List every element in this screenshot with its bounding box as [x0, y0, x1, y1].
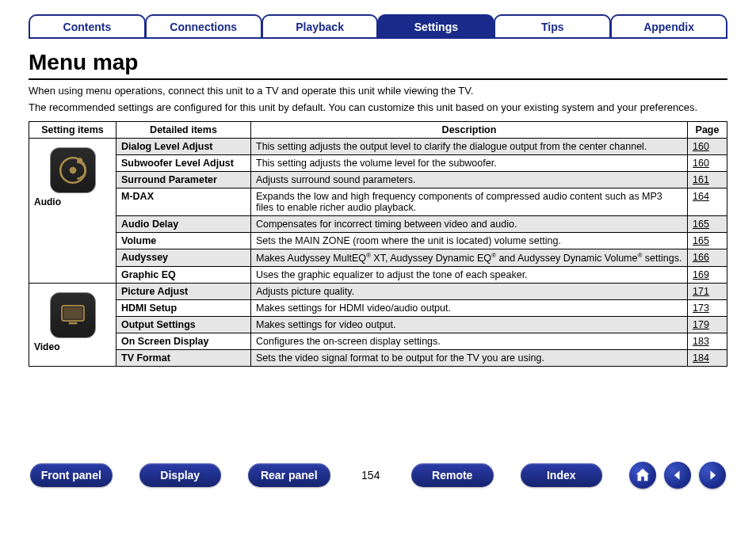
description-cell: Makes Audyssey MultEQ® XT, Audyssey Dyna…: [251, 249, 688, 267]
detailed-item: M-DAX: [116, 188, 251, 216]
description-cell: This setting adjusts the volume level fo…: [251, 155, 688, 172]
detailed-item: Audyssey: [116, 249, 251, 267]
page-link-cell: 179: [688, 317, 727, 333]
description-cell: Adjusts surround sound parameters.: [251, 172, 688, 188]
table-row: VolumeSets the MAIN ZONE (room where the…: [29, 233, 727, 249]
page-link-cell: 161: [688, 172, 727, 188]
intro-line-1: When using menu operations, connect this…: [29, 85, 727, 97]
detailed-item: Volume: [116, 233, 251, 249]
detailed-item: Picture Adjust: [116, 284, 251, 300]
table-row: TV FormatSets the video signal format to…: [29, 350, 727, 367]
page-link[interactable]: 179: [693, 319, 709, 330]
page-link[interactable]: 183: [693, 336, 709, 347]
video-icon: [50, 292, 96, 338]
table-row: VideoPicture AdjustAdjusts picture quali…: [29, 284, 727, 300]
description-cell: Sets the video signal format to be outpu…: [251, 350, 688, 367]
category-audio: Audio: [29, 139, 116, 284]
table-row: Output SettingsMakes settings for video …: [29, 317, 727, 333]
tab-playback[interactable]: Playback: [262, 14, 379, 37]
page-link[interactable]: 161: [693, 174, 709, 185]
page-link[interactable]: 160: [693, 158, 709, 169]
tab-tips[interactable]: Tips: [494, 14, 611, 37]
detailed-item: TV Format: [116, 350, 251, 367]
bottom-nav: Front panel Display Rear panel 154 Remot…: [29, 462, 727, 489]
intro-text: When using menu operations, connect this…: [29, 85, 727, 113]
table-row: AudysseyMakes Audyssey MultEQ® XT, Audys…: [29, 249, 727, 267]
description-cell: This setting adjusts the output level to…: [251, 139, 688, 155]
page-link[interactable]: 173: [693, 303, 709, 314]
page-link-cell: 169: [688, 267, 727, 284]
table-row: M-DAXExpands the low and high frequency …: [29, 188, 727, 216]
svg-point-2: [77, 158, 82, 163]
tab-contents[interactable]: Contents: [29, 14, 146, 37]
audio-icon: [50, 147, 96, 193]
detailed-item: HDMI Setup: [116, 300, 251, 317]
table-row: Subwoofer Level AdjustThis setting adjus…: [29, 155, 727, 172]
detailed-item: Surround Parameter: [116, 172, 251, 188]
detailed-item: Graphic EQ: [116, 267, 251, 284]
description-cell: Compensates for incorrect timing between…: [251, 216, 688, 233]
page-link-cell: 184: [688, 350, 727, 367]
page-link[interactable]: 184: [693, 352, 709, 364]
tab-settings[interactable]: Settings: [377, 14, 494, 37]
page-link[interactable]: 160: [693, 141, 709, 152]
page-number: 154: [357, 469, 385, 482]
col-detailed-items: Detailed items: [116, 122, 251, 139]
index-button[interactable]: Index: [521, 463, 603, 487]
table-row: Audio DelayCompensates for incorrect tim…: [29, 216, 727, 233]
detailed-item: Subwoofer Level Adjust: [116, 155, 251, 172]
page-link-cell: 165: [688, 216, 727, 233]
col-setting-items: Setting items: [29, 122, 116, 139]
category-label: Audio: [34, 196, 111, 207]
tab-appendix[interactable]: Appendix: [610, 14, 727, 37]
remote-button[interactable]: Remote: [411, 463, 494, 487]
front-panel-button[interactable]: Front panel: [30, 463, 113, 487]
svg-rect-5: [68, 322, 77, 325]
page-link[interactable]: 165: [693, 219, 709, 230]
prev-icon[interactable]: [664, 462, 691, 489]
top-tabs: ContentsConnectionsPlaybackSettingsTipsA…: [29, 14, 727, 39]
page-link[interactable]: 164: [693, 191, 709, 202]
page-link[interactable]: 165: [693, 235, 709, 246]
home-icon[interactable]: [629, 462, 656, 489]
table-row: Graphic EQUses the graphic equalizer to …: [29, 267, 727, 284]
page-link-cell: 173: [688, 300, 727, 317]
display-button[interactable]: Display: [139, 463, 222, 487]
description-cell: Configures the on-screen display setting…: [251, 333, 688, 350]
intro-line-2: The recommended settings are configured …: [29, 101, 727, 113]
table-row: On Screen DisplayConfigures the on-scree…: [29, 333, 727, 350]
description-cell: Sets the MAIN ZONE (room where the unit …: [251, 233, 688, 249]
page-link-cell: 171: [688, 284, 727, 300]
detailed-item: Audio Delay: [116, 216, 251, 233]
tab-connections[interactable]: Connections: [145, 14, 262, 37]
page-link-cell: 160: [688, 139, 727, 155]
page-link-cell: 183: [688, 333, 727, 350]
detailed-item: Dialog Level Adjust: [116, 139, 251, 155]
page-link-cell: 165: [688, 233, 727, 249]
page-link-cell: 166: [688, 249, 727, 267]
col-page: Page: [688, 122, 727, 139]
description-cell: Expands the low and high frequency compo…: [251, 188, 688, 216]
table-row: Surround ParameterAdjusts surround sound…: [29, 172, 727, 188]
page-link-cell: 164: [688, 188, 727, 216]
page-link[interactable]: 166: [693, 252, 709, 263]
page-link[interactable]: 171: [693, 286, 709, 297]
description-cell: Makes settings for HDMI video/audio outp…: [251, 300, 688, 317]
col-description: Description: [251, 122, 688, 139]
description-cell: Uses the graphic equalizer to adjust the…: [251, 267, 688, 284]
next-icon[interactable]: [699, 462, 726, 489]
page-title: Menu map: [29, 50, 727, 80]
menu-map-table: Setting items Detailed items Description…: [29, 121, 727, 367]
detailed-item: Output Settings: [116, 317, 251, 333]
rear-panel-button[interactable]: Rear panel: [248, 463, 330, 487]
table-row: HDMI SetupMakes settings for HDMI video/…: [29, 300, 727, 317]
category-label: Video: [34, 341, 111, 352]
svg-rect-4: [63, 308, 82, 319]
detailed-item: On Screen Display: [116, 333, 251, 350]
description-cell: Makes settings for video output.: [251, 317, 688, 333]
description-cell: Adjusts picture quality.: [251, 284, 688, 300]
category-video: Video: [29, 284, 116, 367]
page-link[interactable]: 169: [693, 269, 709, 280]
table-row: AudioDialog Level AdjustThis setting adj…: [29, 139, 727, 155]
page-link-cell: 160: [688, 155, 727, 172]
